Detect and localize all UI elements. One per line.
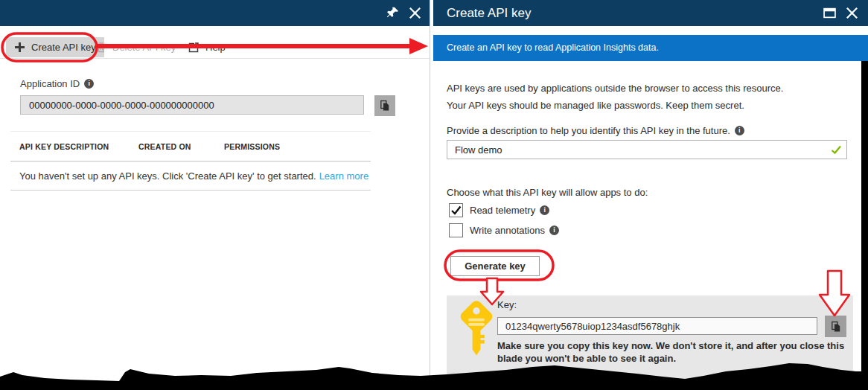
write-annotations-checkbox[interactable] [449, 223, 463, 237]
read-telemetry-label-text: Read telemetry [470, 205, 535, 216]
column-header-permissions: PERMISSIONS [224, 142, 280, 151]
write-annotations-checkbox-row[interactable]: Write annotations i [449, 223, 559, 237]
key-icon [456, 300, 497, 359]
application-id-field[interactable] [20, 95, 364, 115]
info-icon[interactable]: i [735, 126, 744, 135]
checkbox-check-icon [450, 205, 462, 215]
info-icon[interactable]: i [540, 205, 549, 215]
maximize-icon[interactable] [823, 7, 836, 19]
copy-icon [830, 321, 842, 333]
help-label: Help [205, 42, 226, 53]
info-icon[interactable]: i [549, 226, 559, 235]
info-banner: Create an API key to read Application In… [433, 35, 868, 61]
table-divider [10, 190, 371, 191]
delete-api-key-button: Delete API key [88, 37, 184, 57]
generate-key-button[interactable]: Generate key [450, 256, 540, 276]
left-blade-titlebar [0, 0, 430, 26]
description-label: Provide a description to help you identi… [447, 125, 744, 136]
description-field-wrap [447, 140, 847, 159]
permissions-label: Choose what this API key will allow apps… [447, 187, 648, 198]
read-telemetry-label: Read telemetry i [470, 205, 549, 216]
pin-icon[interactable] [386, 7, 399, 19]
create-api-key-label: Create API key [31, 42, 96, 53]
close-icon[interactable] [846, 7, 858, 19]
blade-title: Create API key [447, 0, 531, 26]
description-label-text: Provide a description to help you identi… [447, 125, 730, 136]
trash-icon [96, 42, 106, 53]
copy-icon [379, 100, 391, 112]
external-window-icon [188, 42, 200, 53]
application-id-label: Application ID i [20, 78, 94, 89]
api-keys-toolbar: Create API key Delete API key Help [0, 34, 430, 59]
help-button[interactable]: Help [180, 37, 234, 57]
table-top-border [10, 131, 371, 132]
read-telemetry-checkbox-row[interactable]: Read telemetry i [449, 203, 549, 217]
close-icon[interactable] [409, 7, 421, 19]
copy-key-button[interactable] [825, 316, 846, 337]
column-header-created-on: CREATED ON [138, 142, 191, 151]
create-api-key-blade: Create API key Create an API key to read… [433, 0, 868, 390]
api-keys-blade: Create API key Delete API key Help Appli… [0, 0, 430, 390]
azure-api-keys-screenshot: Create API key Delete API key Help Appli… [0, 0, 868, 390]
intro-text-2: Your API keys should be managed like pas… [447, 100, 744, 111]
description-input[interactable] [447, 140, 847, 159]
read-telemetry-checkbox[interactable] [449, 203, 463, 217]
column-header-description: API KEY DESCRIPTION [19, 142, 109, 151]
delete-api-key-label: Delete API key [112, 42, 176, 53]
copy-application-id-button[interactable] [374, 95, 395, 116]
valid-check-icon [831, 145, 841, 154]
empty-message-text: You haven't set up any API keys. Click '… [19, 170, 316, 182]
key-label: Key: [497, 299, 517, 310]
info-icon[interactable]: i [84, 79, 94, 89]
write-annotations-label: Write annotations i [470, 225, 559, 236]
intro-text-1: API keys are used by applications outsid… [447, 83, 783, 94]
table-divider [10, 161, 371, 162]
key-warning-text: Make sure you copy this key now. We don'… [497, 340, 847, 365]
right-blade-titlebar: Create API key [433, 0, 868, 26]
screenshot-right-border [861, 61, 868, 390]
learn-more-link[interactable]: Learn more [319, 170, 368, 182]
generated-key-panel: Key: Make sure you copy this key now. We… [447, 295, 853, 390]
application-id-label-text: Application ID [20, 78, 80, 89]
key-value-field[interactable] [497, 317, 817, 335]
plus-icon [14, 42, 25, 53]
write-annotations-label-text: Write annotations [470, 225, 545, 236]
empty-table-message: You haven't set up any API keys. Click '… [19, 170, 368, 182]
